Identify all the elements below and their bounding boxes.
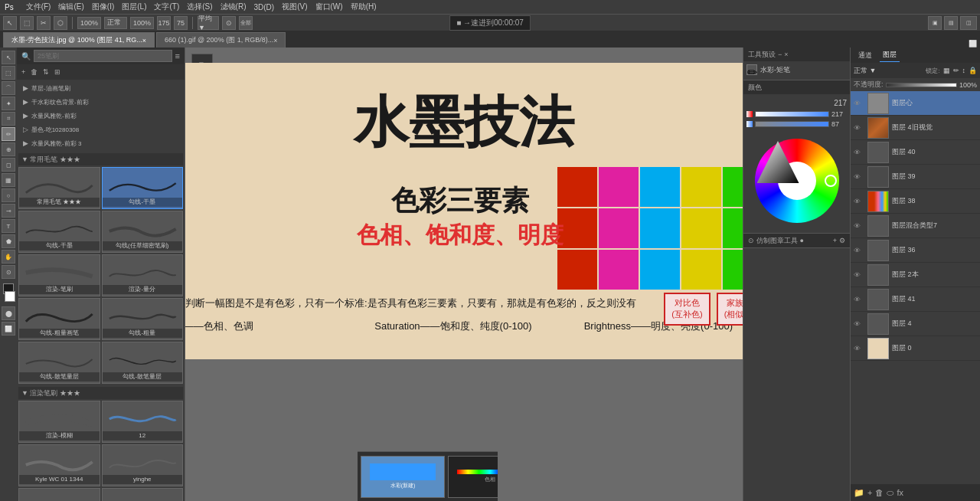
menu-3d[interactable]: 3D(D) [254, 3, 275, 11]
brush-cell-4[interactable]: 勾线(任草细密笔刷) [102, 211, 184, 253]
layer-row-2[interactable]: 👁 图层 40 [851, 140, 980, 165]
brush-cell-9[interactable]: 勾线-散笔量层 [18, 342, 100, 384]
menu-file[interactable]: 文件(F) [26, 2, 51, 12]
layer-eye-0[interactable]: 👁 [854, 100, 864, 107]
brush-search-input[interactable] [34, 50, 172, 62]
align-btn[interactable]: ⊙ [222, 16, 236, 30]
clone-btn-settings[interactable]: ⚙ [839, 237, 845, 244]
layer-eye-8[interactable]: 👁 [854, 296, 864, 303]
layer-eye-9[interactable]: 👁 [854, 320, 864, 328]
zoom-tool[interactable]: ⊙ [2, 265, 15, 279]
layer-row-9[interactable]: 👁 图层 4 [851, 312, 980, 336]
brush-cell-r2[interactable]: 12 [102, 401, 184, 443]
brush-group-render[interactable]: ▼ 渲染笔刷 ★★★ [18, 387, 183, 399]
rp-close-btn[interactable]: × [784, 51, 788, 58]
layer-row-7[interactable]: 👁 图层 2本 [851, 263, 980, 287]
brush-cell-r5[interactable]: Kyle WC 01 1365 [18, 488, 100, 501]
new-group-btn[interactable]: + [20, 68, 27, 76]
hue-slider-h[interactable] [755, 111, 829, 117]
color-wheel-container[interactable] [751, 135, 843, 227]
layer-row-4[interactable]: 👁 图层 38 [851, 189, 980, 214]
brush-size-btn[interactable]: 175 [157, 16, 171, 30]
eraser-tool[interactable]: ◻ [2, 158, 15, 172]
brush-group-common[interactable]: ▼ 常用毛笔 ★★★ [18, 153, 183, 165]
lock-move-btn[interactable]: ↕ [962, 67, 966, 74]
color-triangle[interactable] [757, 141, 799, 183]
mini-btn2[interactable]: ▤ [944, 16, 958, 30]
brush-hardness-btn[interactable]: 75 [174, 16, 188, 30]
select-tool[interactable]: ⬚ [20, 16, 34, 30]
rp-collapse-btn[interactable]: − [778, 51, 782, 58]
opacity-dropdown[interactable]: 100% [130, 17, 154, 29]
arrange-btn[interactable]: ⬜ [969, 40, 977, 47]
tab-layers[interactable]: 图层 [880, 48, 900, 62]
menu-edit[interactable]: 编辑(E) [58, 2, 83, 12]
crop-tool[interactable]: ✂ [37, 16, 51, 30]
fx-btn[interactable]: fx [897, 488, 903, 497]
workspace-btn[interactable]: ◫ [960, 16, 977, 30]
clone-stamp-header[interactable]: ⊙ 仿制图章工具 ● + ⚙ [743, 234, 850, 247]
background-color[interactable] [5, 291, 15, 302]
brush-cell-5[interactable]: 渲染-笔刷 [18, 254, 100, 296]
layer-eye-2[interactable]: 👁 [854, 149, 864, 156]
lasso-tool[interactable]: ⌒ [2, 81, 15, 95]
zoom-dropdown[interactable]: 100% [77, 17, 101, 29]
brush-cell-2[interactable]: 勾线-干墨 [102, 167, 184, 209]
layer-row-3[interactable]: 👁 图层 39 [851, 165, 980, 189]
new-group-layer-btn[interactable]: 📁 [854, 488, 864, 498]
layer-eye-7[interactable]: 👁 [854, 271, 864, 279]
layer-eye-5[interactable]: 👁 [854, 222, 864, 230]
menu-layer[interactable]: 图层(L) [122, 2, 146, 12]
move-tool-icon[interactable]: ↖ [2, 51, 15, 64]
mask-btn[interactable]: ⬭ [887, 488, 893, 498]
layer-row-1[interactable]: 👁 图层 4旧视觉 [851, 116, 980, 140]
tab-channels[interactable]: 通道 [855, 49, 875, 62]
layer-row-8[interactable]: 👁 图层 41 [851, 287, 980, 312]
brush-cell-r4[interactable]: yinghe [102, 444, 184, 486]
pen-tool[interactable]: ⊸ [2, 204, 15, 218]
lock-all-btn[interactable]: 🔒 [969, 67, 977, 74]
menu-filter[interactable]: 滤镜(R) [220, 2, 247, 12]
magic-wand-tool[interactable]: ✦ [2, 97, 15, 110]
opacity-slider[interactable] [886, 83, 957, 87]
layer-item-1[interactable]: ▶ 草层-油画笔刷 [17, 81, 185, 95]
brush-cell-3[interactable]: 勾线-干墨 [18, 211, 100, 253]
menu-window[interactable]: 窗口(W) [315, 2, 343, 12]
color-mode-btn[interactable]: 平均 ▼ [198, 16, 219, 30]
layer-row-5[interactable]: 👁 图层混合类型7 [851, 214, 980, 238]
delete-btn[interactable]: 🗑 [29, 68, 39, 76]
lock-transparent-btn[interactable]: ▦ [943, 67, 950, 74]
brush-cell-7[interactable]: 勾线-粗量画笔 [18, 298, 100, 340]
sample-all[interactable]: 全部 [239, 16, 253, 30]
clone-btn-add[interactable]: + [833, 237, 837, 244]
brush-cell-10[interactable]: 勾线-散笔量层 [102, 342, 184, 384]
brush-cell-6[interactable]: 渲染-量分 [102, 254, 184, 296]
gradient-tool[interactable]: ▦ [2, 173, 15, 187]
brush-cell-8[interactable]: 勾线-粗量 [102, 298, 184, 340]
menu-image[interactable]: 图像(I) [92, 2, 114, 12]
brush-tool[interactable]: ✏ [2, 127, 15, 141]
tab-second-doc[interactable]: 660 (1).gif @ 200% (图 1, RGB/8)... × [156, 32, 286, 47]
view-btn[interactable]: ⊞ [53, 68, 62, 76]
crop-tool-icon[interactable]: ⌗ [2, 112, 15, 126]
slice-tool[interactable]: ⬡ [54, 16, 67, 30]
brush-cell-r6[interactable] [102, 488, 184, 501]
layer-row-0[interactable]: 👁 图层心 [851, 91, 980, 116]
tool-preset-header[interactable]: 工具预设 − × [743, 47, 850, 61]
move-tool[interactable]: ↖ [3, 16, 17, 30]
layer-eye-1[interactable]: 👁 [854, 124, 864, 132]
delete-layer-btn[interactable]: 🗑 [875, 488, 884, 497]
layer-row-6[interactable]: 👁 图层 36 [851, 238, 980, 263]
dodge-tool[interactable]: ○ [2, 188, 15, 202]
screen-mode[interactable]: ⬜ [2, 322, 15, 336]
layer-item-4[interactable]: ▷ 墨色-吃10280308 [17, 123, 185, 136]
layer-eye-10[interactable]: 👁 [854, 345, 864, 352]
mini-btn1[interactable]: ▣ [928, 16, 942, 30]
stamp-tool[interactable]: ⊕ [2, 142, 15, 156]
layer-item-3[interactable]: ▶ 水量风雅乾-前彩 [17, 109, 185, 123]
text-tool[interactable]: T [2, 219, 15, 233]
blend-mode-dropdown[interactable]: 正常 ▼ [854, 66, 876, 76]
hand-tool[interactable]: ✋ [2, 250, 15, 264]
menu-view[interactable]: 视图(V) [282, 2, 307, 12]
rect-select-tool[interactable]: ⬚ [2, 66, 15, 80]
